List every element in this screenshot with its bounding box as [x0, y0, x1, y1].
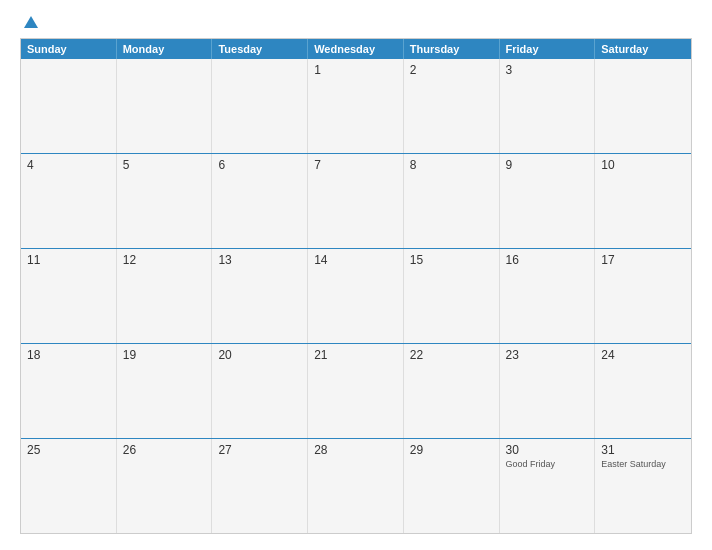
day-cell: 4: [21, 154, 117, 248]
day-number: 7: [314, 158, 397, 172]
day-number: 31: [601, 443, 685, 457]
day-header-saturday: Saturday: [595, 39, 691, 59]
day-cell: 19: [117, 344, 213, 438]
weeks-container: 1234567891011121314151617181920212223242…: [21, 59, 691, 533]
day-header-wednesday: Wednesday: [308, 39, 404, 59]
day-number: 21: [314, 348, 397, 362]
calendar-grid: SundayMondayTuesdayWednesdayThursdayFrid…: [20, 38, 692, 534]
day-number: 18: [27, 348, 110, 362]
day-header-sunday: Sunday: [21, 39, 117, 59]
day-cell: 14: [308, 249, 404, 343]
day-cell: 29: [404, 439, 500, 533]
day-number: 13: [218, 253, 301, 267]
day-number: 2: [410, 63, 493, 77]
day-number: 14: [314, 253, 397, 267]
day-cell: 30Good Friday: [500, 439, 596, 533]
day-cell: 28: [308, 439, 404, 533]
day-headers-row: SundayMondayTuesdayWednesdayThursdayFrid…: [21, 39, 691, 59]
day-cell: 9: [500, 154, 596, 248]
week-row-4: 252627282930Good Friday31Easter Saturday: [21, 439, 691, 533]
day-cell: [595, 59, 691, 153]
day-number: 15: [410, 253, 493, 267]
day-cell: 8: [404, 154, 500, 248]
day-number: 25: [27, 443, 110, 457]
calendar-page: SundayMondayTuesdayWednesdayThursdayFrid…: [0, 0, 712, 550]
day-number: 9: [506, 158, 589, 172]
day-cell: 24: [595, 344, 691, 438]
day-cell: 25: [21, 439, 117, 533]
week-row-0: 123: [21, 59, 691, 154]
day-cell: 23: [500, 344, 596, 438]
day-number: 6: [218, 158, 301, 172]
day-cell: 6: [212, 154, 308, 248]
week-row-3: 18192021222324: [21, 344, 691, 439]
day-event: Easter Saturday: [601, 459, 685, 470]
day-number: 23: [506, 348, 589, 362]
day-cell: 21: [308, 344, 404, 438]
day-number: 27: [218, 443, 301, 457]
day-cell: [117, 59, 213, 153]
day-number: 12: [123, 253, 206, 267]
day-header-friday: Friday: [500, 39, 596, 59]
day-header-tuesday: Tuesday: [212, 39, 308, 59]
day-cell: 26: [117, 439, 213, 533]
day-cell: [21, 59, 117, 153]
day-number: 26: [123, 443, 206, 457]
week-row-1: 45678910: [21, 154, 691, 249]
day-cell: 1: [308, 59, 404, 153]
day-event: Good Friday: [506, 459, 589, 470]
logo-blue-text: [20, 16, 38, 28]
logo-triangle-icon: [24, 16, 38, 28]
day-number: 20: [218, 348, 301, 362]
day-cell: [212, 59, 308, 153]
day-cell: 20: [212, 344, 308, 438]
day-number: 30: [506, 443, 589, 457]
day-cell: 17: [595, 249, 691, 343]
week-row-2: 11121314151617: [21, 249, 691, 344]
day-cell: 11: [21, 249, 117, 343]
day-cell: 2: [404, 59, 500, 153]
day-cell: 15: [404, 249, 500, 343]
day-number: 11: [27, 253, 110, 267]
day-cell: 16: [500, 249, 596, 343]
day-cell: 27: [212, 439, 308, 533]
day-number: 8: [410, 158, 493, 172]
day-cell: 22: [404, 344, 500, 438]
day-number: 10: [601, 158, 685, 172]
day-cell: 7: [308, 154, 404, 248]
day-number: 4: [27, 158, 110, 172]
day-number: 16: [506, 253, 589, 267]
day-cell: 12: [117, 249, 213, 343]
day-cell: 5: [117, 154, 213, 248]
day-cell: 31Easter Saturday: [595, 439, 691, 533]
day-number: 5: [123, 158, 206, 172]
day-number: 19: [123, 348, 206, 362]
day-number: 17: [601, 253, 685, 267]
day-number: 1: [314, 63, 397, 77]
day-header-monday: Monday: [117, 39, 213, 59]
header: [20, 16, 692, 28]
day-cell: 3: [500, 59, 596, 153]
day-number: 3: [506, 63, 589, 77]
day-number: 24: [601, 348, 685, 362]
day-cell: 18: [21, 344, 117, 438]
day-number: 28: [314, 443, 397, 457]
day-number: 29: [410, 443, 493, 457]
day-header-thursday: Thursday: [404, 39, 500, 59]
day-number: 22: [410, 348, 493, 362]
logo: [20, 16, 38, 28]
day-cell: 13: [212, 249, 308, 343]
day-cell: 10: [595, 154, 691, 248]
